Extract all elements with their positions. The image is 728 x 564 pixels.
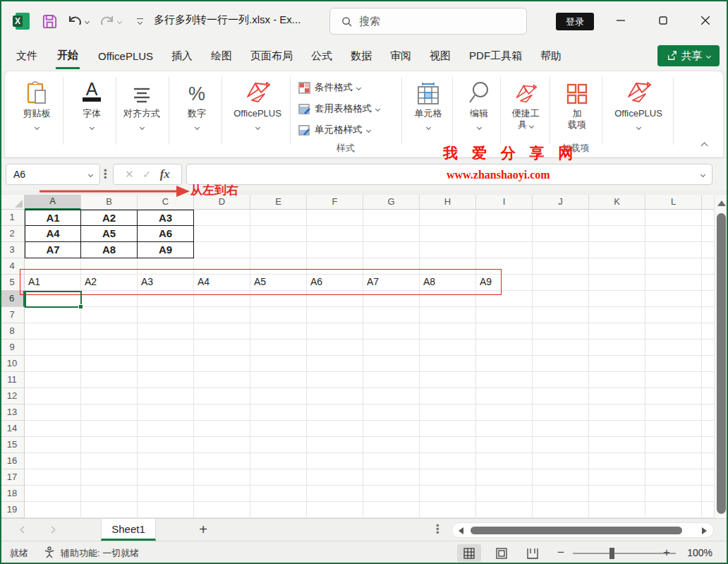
cell-B17[interactable]	[81, 469, 138, 486]
cell-K14[interactable]	[589, 421, 645, 437]
cell-B2[interactable]: A5	[81, 226, 138, 242]
cell-D17[interactable]	[194, 469, 250, 486]
cell-I16[interactable]	[476, 453, 533, 469]
row-header-1[interactable]: 1	[0, 210, 25, 226]
cell-C18[interactable]	[138, 486, 194, 502]
cell-E19[interactable]	[250, 502, 307, 518]
cell-C19[interactable]	[138, 502, 194, 518]
tab-officeplus[interactable]: OfficePLUS	[89, 41, 162, 71]
sign-in-button[interactable]: 登录	[556, 13, 594, 30]
cell-E7[interactable]	[250, 307, 307, 323]
cell-H1[interactable]	[420, 210, 476, 226]
cell-H16[interactable]	[420, 453, 476, 469]
cell-E3[interactable]	[250, 242, 307, 258]
vertical-scrollbar[interactable]	[714, 195, 728, 518]
cell-J19[interactable]	[533, 502, 589, 518]
cell-E17[interactable]	[250, 469, 307, 486]
cell-F19[interactable]	[307, 502, 363, 518]
cell-G16[interactable]	[363, 453, 420, 469]
cell-F11[interactable]	[307, 372, 363, 388]
column-header-F[interactable]: F	[307, 195, 363, 210]
cell-B3[interactable]: A8	[81, 242, 138, 258]
cell-D15[interactable]	[194, 437, 250, 453]
new-sheet-button[interactable]: +	[195, 522, 212, 539]
page-layout-view-button[interactable]	[490, 544, 514, 562]
cell-A17[interactable]	[25, 469, 81, 486]
redo-button[interactable]	[96, 11, 124, 31]
cell-L19[interactable]	[645, 502, 702, 518]
cell-J13[interactable]	[533, 404, 589, 421]
cell-J16[interactable]	[533, 453, 589, 469]
search-input[interactable]: 搜索	[329, 8, 527, 35]
cell-L8[interactable]	[645, 323, 702, 340]
enter-button[interactable]: ✓	[142, 168, 152, 181]
cell-J17[interactable]	[533, 469, 589, 486]
conditional-formatting-button[interactable]: 条件格式	[298, 77, 380, 98]
number-group-button[interactable]: % 数字	[174, 77, 219, 132]
cell-B18[interactable]	[81, 486, 138, 502]
cell-I2[interactable]	[476, 226, 533, 242]
cell-D19[interactable]	[194, 502, 250, 518]
cell-K8[interactable]	[589, 323, 645, 340]
cell-G11[interactable]	[363, 372, 420, 388]
cell-H13[interactable]	[420, 404, 476, 421]
cell-L3[interactable]	[645, 242, 702, 258]
cell-D9[interactable]	[194, 340, 250, 356]
cell-J3[interactable]	[533, 242, 589, 258]
cell-A7[interactable]	[25, 307, 81, 323]
cell-H15[interactable]	[420, 437, 476, 453]
cell-F12[interactable]	[307, 388, 363, 404]
row-header-11[interactable]: 11	[0, 372, 25, 388]
format-as-table-button[interactable]: 套用表格格式	[298, 98, 380, 119]
horizontal-scroll-thumb[interactable]	[471, 527, 682, 534]
cell-C10[interactable]	[138, 356, 194, 372]
tab-page-layout[interactable]: 页面布局	[241, 41, 302, 71]
cell-F3[interactable]	[307, 242, 363, 258]
cell-F13[interactable]	[307, 404, 363, 421]
cell-G10[interactable]	[363, 356, 420, 372]
previous-sheet-button[interactable]	[20, 527, 28, 534]
cell-G15[interactable]	[363, 437, 420, 453]
cell-I1[interactable]	[476, 210, 533, 226]
cell-A19[interactable]	[25, 502, 81, 518]
cell-G1[interactable]	[363, 210, 420, 226]
share-button[interactable]: 共享	[657, 45, 720, 66]
cell-L2[interactable]	[645, 226, 702, 242]
tab-review[interactable]: 审阅	[381, 41, 420, 71]
cell-J7[interactable]	[533, 307, 589, 323]
cell-B8[interactable]	[81, 323, 138, 340]
cell-I8[interactable]	[476, 323, 533, 340]
cell-A10[interactable]	[25, 356, 81, 372]
page-break-view-button[interactable]	[521, 544, 545, 562]
expand-formula-bar-icon[interactable]	[700, 172, 705, 176]
cell-D2[interactable]	[194, 226, 250, 242]
cell-L4[interactable]	[645, 258, 702, 275]
cell-J5[interactable]	[533, 275, 589, 291]
cell-D10[interactable]	[194, 356, 250, 372]
cell-D8[interactable]	[194, 323, 250, 340]
cell-B19[interactable]	[81, 502, 138, 518]
cell-G2[interactable]	[363, 226, 420, 242]
handy-tools-group-button[interactable]: 便捷工具	[503, 77, 548, 131]
cell-J6[interactable]	[533, 291, 589, 307]
cell-H10[interactable]	[420, 356, 476, 372]
zoom-slider-track[interactable]	[573, 553, 676, 554]
cell-D16[interactable]	[194, 453, 250, 469]
cell-B15[interactable]	[81, 437, 138, 453]
column-header-H[interactable]: H	[420, 195, 476, 210]
cell-H2[interactable]	[420, 226, 476, 242]
zoom-level[interactable]: 100%	[677, 547, 712, 558]
cell-A2[interactable]: A4	[25, 226, 81, 242]
minimize-button[interactable]	[605, 0, 637, 41]
cell-F8[interactable]	[307, 323, 363, 340]
cell-H7[interactable]	[420, 307, 476, 323]
cell-K2[interactable]	[589, 226, 645, 242]
row-header-19[interactable]: 19	[0, 502, 25, 518]
cell-E8[interactable]	[250, 323, 307, 340]
cell-B1[interactable]: A2	[81, 210, 138, 226]
tab-insert[interactable]: 插入	[162, 41, 202, 71]
cell-J10[interactable]	[533, 356, 589, 372]
cell-C3[interactable]: A9	[138, 242, 194, 258]
cell-I10[interactable]	[476, 356, 533, 372]
cell-E9[interactable]	[250, 340, 307, 356]
